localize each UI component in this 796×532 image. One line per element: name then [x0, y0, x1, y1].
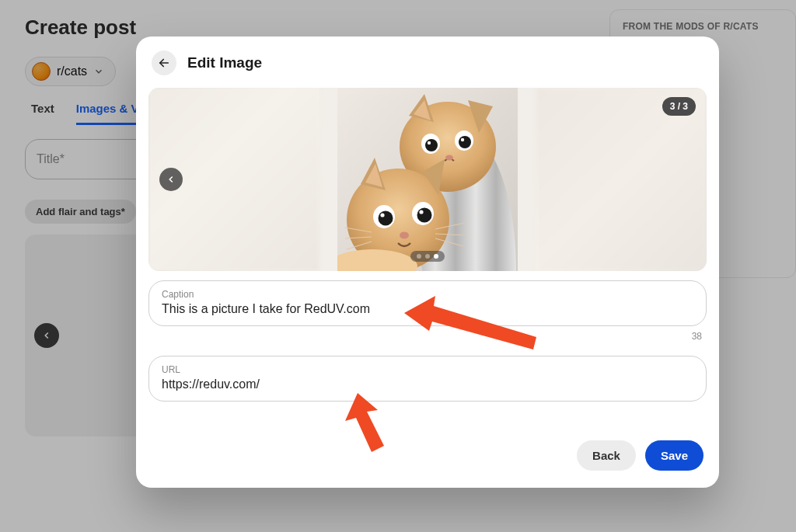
- url-field[interactable]: URL: [148, 356, 707, 402]
- svg-point-4: [425, 139, 438, 151]
- modal-header: Edit Image: [136, 37, 719, 85]
- svg-point-8: [445, 155, 453, 161]
- caption-field[interactable]: Caption: [148, 280, 707, 326]
- url-label: URL: [162, 364, 693, 375]
- carousel-prev-button[interactable]: [159, 168, 183, 191]
- dot: [425, 254, 430, 259]
- carousel-dots: [410, 251, 445, 262]
- caption-label: Caption: [162, 289, 693, 300]
- modal-title: Edit Image: [187, 54, 262, 71]
- svg-point-13: [417, 208, 432, 223]
- svg-point-7: [461, 138, 464, 141]
- dot: [417, 254, 421, 259]
- image-counter-badge: 3 / 3: [662, 97, 696, 116]
- image-carousel: 3 / 3: [148, 88, 707, 271]
- svg-point-12: [379, 211, 393, 226]
- cat-image: [337, 88, 518, 271]
- svg-point-16: [400, 232, 409, 239]
- url-input[interactable]: [162, 377, 693, 391]
- modal-actions: Back Save: [136, 406, 719, 471]
- caption-count: 38: [136, 331, 702, 342]
- svg-point-15: [419, 210, 423, 214]
- caption-input[interactable]: [162, 302, 693, 316]
- svg-point-6: [428, 141, 431, 144]
- svg-point-5: [459, 136, 471, 148]
- save-button[interactable]: Save: [645, 440, 703, 471]
- arrow-left-icon: [157, 56, 171, 70]
- back-button[interactable]: Back: [577, 440, 636, 471]
- svg-point-14: [380, 213, 384, 217]
- back-icon-button[interactable]: [152, 50, 176, 75]
- edit-image-modal: Edit Image: [136, 37, 719, 488]
- dot-active: [434, 254, 438, 259]
- chevron-left-icon: [166, 174, 176, 185]
